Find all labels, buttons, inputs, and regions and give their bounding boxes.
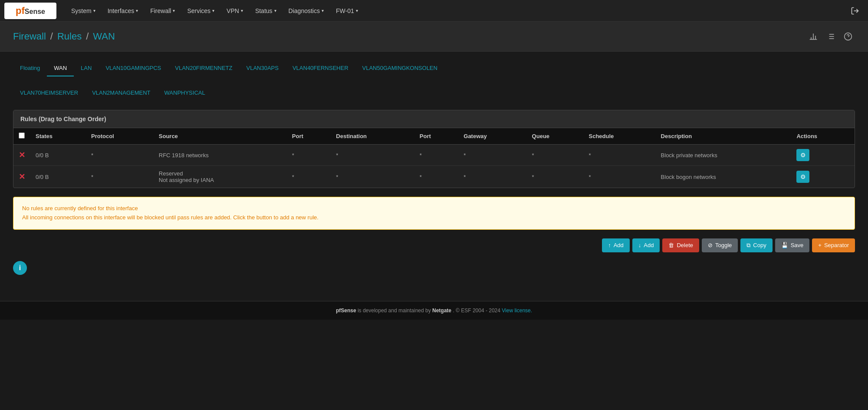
add-above-label: Add bbox=[614, 242, 624, 248]
list-icon[interactable] bbox=[824, 30, 838, 43]
row2-port1: * bbox=[287, 166, 331, 188]
th-gateway: Gateway bbox=[458, 128, 526, 145]
info-icon-container: i bbox=[13, 261, 855, 275]
nav-item-fw01[interactable]: FW-01 ▾ bbox=[330, 0, 364, 22]
copy-button[interactable]: ⧉ Copy bbox=[740, 238, 772, 252]
th-schedule: Schedule bbox=[584, 128, 656, 145]
warning-line1: No rules are currently defined for this … bbox=[22, 204, 846, 213]
footer-text: pfSense is developed and maintained by N… bbox=[336, 308, 532, 314]
breadcrumb-sep1: / bbox=[50, 31, 53, 42]
th-port1: Port bbox=[287, 128, 331, 145]
footer-pfsense: pfSense bbox=[336, 308, 356, 314]
nav-item-diagnostics[interactable]: Diagnostics ▾ bbox=[283, 0, 330, 22]
add-above-icon: ↑ bbox=[608, 242, 611, 248]
row1-port1: * bbox=[287, 145, 331, 166]
th-source: Source bbox=[154, 128, 287, 145]
row1-checkbox-cell: ✕ bbox=[13, 145, 30, 166]
footer-text2: is developed and maintained by bbox=[358, 308, 432, 314]
nav-label-diagnostics: Diagnostics bbox=[289, 7, 320, 14]
save-label: Save bbox=[791, 242, 804, 248]
footer-text3: . © ESF 2004 - 2024 bbox=[453, 308, 502, 314]
nav-right bbox=[846, 0, 864, 22]
table-row: ✕ 0/0 B * Reserved Not assigned by IANA … bbox=[13, 166, 855, 188]
row1-port2: * bbox=[414, 145, 459, 166]
nav-item-services[interactable]: Services ▾ bbox=[181, 0, 220, 22]
add-below-icon: ↓ bbox=[638, 242, 641, 248]
warning-line2: All incoming connections on this interfa… bbox=[22, 213, 846, 222]
row2-destination: * bbox=[331, 166, 414, 188]
tab-lan[interactable]: LAN bbox=[74, 60, 99, 76]
tabs-row2: VLAN70HEIMSERVER VLAN2MANAGEMENT WANPHYS… bbox=[13, 85, 855, 101]
chart-icon[interactable] bbox=[806, 30, 820, 43]
nav-item-status[interactable]: Status ▾ bbox=[249, 0, 283, 22]
footer: pfSense is developed and maintained by N… bbox=[0, 301, 868, 320]
row1-queue: * bbox=[527, 145, 584, 166]
row2-queue: * bbox=[527, 166, 584, 188]
save-icon: 💾 bbox=[781, 242, 788, 248]
tab-wanphysical[interactable]: WANPHYSICAL bbox=[158, 85, 212, 101]
tab-vlan20[interactable]: VLAN20FIRMENNETZ bbox=[168, 60, 239, 76]
tab-vlan10[interactable]: VLAN10GAMINGPCS bbox=[99, 60, 168, 76]
row2-settings-button[interactable]: ⚙ bbox=[796, 171, 809, 183]
tab-vlan30[interactable]: VLAN30APS bbox=[239, 60, 285, 76]
row2-checkbox-cell: ✕ bbox=[13, 166, 30, 188]
row1-destination: * bbox=[331, 145, 414, 166]
row1-protocol: * bbox=[86, 145, 154, 166]
copy-icon: ⧉ bbox=[746, 242, 750, 249]
separator-label: Separator bbox=[824, 242, 849, 248]
row1-schedule: * bbox=[584, 145, 656, 166]
nav-items: System ▾ Interfaces ▾ Firewall ▾ Service… bbox=[65, 0, 846, 22]
row2-block-icon: ✕ bbox=[19, 172, 25, 181]
delete-button[interactable]: 🗑 Delete bbox=[662, 238, 699, 252]
row1-states: 0/0 B bbox=[30, 145, 86, 166]
row2-source: Reserved Not assigned by IANA bbox=[154, 166, 287, 188]
tab-vlan40[interactable]: VLAN40FERNSEHER bbox=[286, 60, 355, 76]
row1-settings-button[interactable]: ⚙ bbox=[796, 149, 809, 161]
brand-logo[interactable]: pfSense bbox=[4, 3, 56, 19]
tab-vlan2mgmt[interactable]: VLAN2MANAGEMENT bbox=[85, 85, 157, 101]
help-icon[interactable] bbox=[841, 30, 855, 43]
toggle-label: Toggle bbox=[715, 242, 732, 248]
footer-license-link[interactable]: View license. bbox=[502, 308, 532, 314]
add-above-button[interactable]: ↑ Add bbox=[602, 238, 630, 252]
breadcrumb-sep2: / bbox=[86, 31, 89, 42]
th-protocol: Protocol bbox=[86, 128, 154, 145]
rules-table-title: Rules (Drag to Change Order) bbox=[13, 110, 855, 128]
row2-gateway: * bbox=[458, 166, 526, 188]
tab-floating[interactable]: Floating bbox=[13, 60, 47, 76]
add-below-button[interactable]: ↓ Add bbox=[632, 238, 660, 252]
nav-item-vpn[interactable]: VPN ▾ bbox=[220, 0, 249, 22]
breadcrumb: Firewall / Rules / WAN bbox=[13, 31, 115, 42]
chevron-down-icon: ▾ bbox=[136, 8, 138, 13]
tab-vlan70[interactable]: VLAN70HEIMSERVER bbox=[13, 85, 85, 101]
signout-button[interactable] bbox=[846, 0, 864, 22]
separator-icon: + bbox=[818, 242, 822, 248]
nav-item-system[interactable]: System ▾ bbox=[65, 0, 102, 22]
nav-item-interfaces[interactable]: Interfaces ▾ bbox=[102, 0, 144, 22]
info-icon[interactable]: i bbox=[13, 261, 27, 275]
nav-item-firewall[interactable]: Firewall ▾ bbox=[144, 0, 181, 22]
chevron-down-icon: ▾ bbox=[241, 8, 243, 13]
tab-vlan50[interactable]: VLAN50GAMINGKONSOLEN bbox=[355, 60, 444, 76]
delete-icon: 🗑 bbox=[668, 242, 674, 248]
breadcrumb-rules[interactable]: Rules bbox=[57, 31, 82, 42]
th-destination: Destination bbox=[331, 128, 414, 145]
breadcrumb-firewall[interactable]: Firewall bbox=[13, 31, 46, 42]
rules-section: Rules (Drag to Change Order) States Prot… bbox=[13, 110, 855, 188]
th-states: States bbox=[30, 128, 86, 145]
tab-wan[interactable]: WAN bbox=[47, 60, 74, 76]
row1-gateway: * bbox=[458, 145, 526, 166]
separator-button[interactable]: + Separator bbox=[812, 238, 855, 252]
main-content: Floating WAN LAN VLAN10GAMINGPCS VLAN20F… bbox=[0, 52, 868, 284]
select-all-checkbox[interactable] bbox=[19, 132, 25, 139]
nav-label-interfaces: Interfaces bbox=[108, 7, 134, 14]
chevron-down-icon: ▾ bbox=[93, 8, 95, 13]
add-below-label: Add bbox=[644, 242, 654, 248]
save-button[interactable]: 💾 Save bbox=[775, 238, 810, 252]
th-queue: Queue bbox=[527, 128, 584, 145]
page-header: Firewall / Rules / WAN bbox=[0, 22, 868, 52]
nav-label-services: Services bbox=[187, 7, 210, 14]
chevron-down-icon: ▾ bbox=[356, 8, 358, 13]
th-port2: Port bbox=[414, 128, 459, 145]
toggle-button[interactable]: ⊘ Toggle bbox=[702, 238, 738, 252]
